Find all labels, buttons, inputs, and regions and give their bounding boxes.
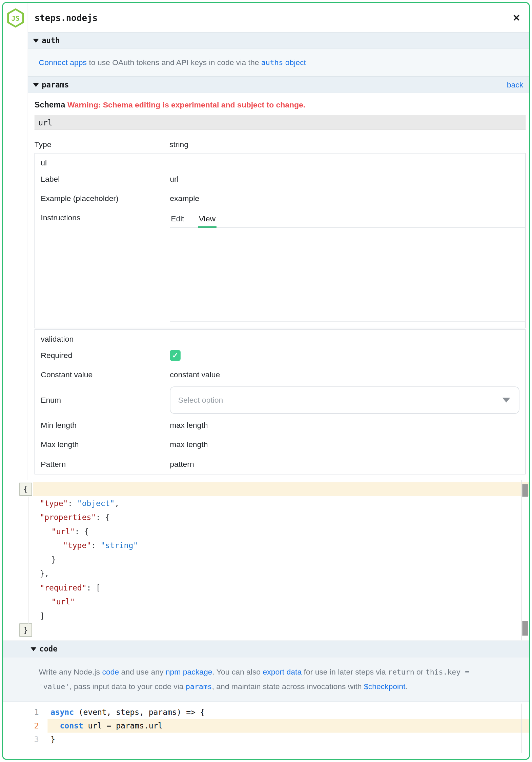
params-body: Schema Warning: Schema editing is experi… <box>28 93 529 480</box>
text-segment: . You can also <box>212 668 263 676</box>
tab-view[interactable]: View <box>198 212 217 227</box>
min-length-label: Min length <box>41 421 170 430</box>
param-name-input[interactable]: url <box>35 115 526 130</box>
json-code-line[interactable]: "required": [ <box>3 581 529 595</box>
instructions-tab-bar: Edit View <box>170 212 525 228</box>
type-row: Type string <box>35 137 526 152</box>
json-code-line[interactable]: ] <box>3 609 529 623</box>
params-section-header[interactable]: params back <box>28 76 529 93</box>
code-token: : { <box>96 513 110 522</box>
code-token: , <box>115 499 119 508</box>
params-section-title: params <box>42 80 69 89</box>
inline-link[interactable]: code <box>102 668 119 676</box>
inline-link[interactable]: Connect apps <box>39 58 87 66</box>
json-editor-scrollbar-track[interactable] <box>521 480 521 641</box>
constant-value-label: Constant value <box>41 370 170 379</box>
inline-link[interactable]: export data <box>263 668 302 676</box>
code-token: "properties" <box>40 513 96 522</box>
inline-link[interactable]: npm package <box>166 668 212 676</box>
schema-label: Schema <box>35 100 65 109</box>
json-editor-scrollbar-thumb-top[interactable] <box>522 484 528 497</box>
svg-text:JS: JS <box>11 14 19 22</box>
required-checkbox[interactable]: ✓ <box>170 350 181 361</box>
titlebar: steps.nodejs ✕ <box>28 3 529 32</box>
tab-edit[interactable]: Edit <box>170 212 185 227</box>
code-token: : <box>68 499 77 508</box>
json-code-line[interactable]: "url": { <box>3 524 529 539</box>
label-row-value[interactable]: url <box>170 175 525 184</box>
code-token: ] <box>40 611 44 620</box>
json-code-line[interactable]: } <box>3 623 529 637</box>
ui-group-title: ui <box>35 154 525 169</box>
json-code-line[interactable]: } <box>3 553 529 567</box>
json-editor-scrollbar-thumb-bottom[interactable] <box>522 621 528 636</box>
example-row-label: Example (placeholder) <box>41 194 170 203</box>
text-segment: , pass input data to your code via <box>69 682 186 690</box>
ui-group-box: ui Label url Example (placeholder) examp… <box>35 153 526 328</box>
code-token: "url" <box>52 597 75 606</box>
code-token: async <box>50 707 74 717</box>
enum-select-placeholder: Select option <box>178 396 223 404</box>
label-row: Label url <box>35 169 525 189</box>
code-token: "object" <box>77 499 115 508</box>
code-editor[interactable]: 1async (event, steps, params) => {2 cons… <box>3 702 529 753</box>
auth-description: Connect apps to use OAuth tokens and API… <box>28 49 529 76</box>
enum-select[interactable]: Select option <box>170 386 519 414</box>
json-code-line[interactable]: "url" <box>3 595 529 609</box>
matching-bracket: { <box>19 483 32 496</box>
editor-code-line[interactable]: 3} <box>3 733 529 746</box>
json-code-line[interactable]: "properties": { <box>3 510 529 525</box>
editor-code-line[interactable]: 2 const url = params.url <box>3 719 529 733</box>
json-code-line[interactable]: { <box>3 482 529 496</box>
enum-label: Enum <box>41 396 170 404</box>
auth-section-header[interactable]: auth <box>28 32 529 49</box>
editor-code-line[interactable]: 1async (event, steps, params) => { <box>3 705 529 719</box>
max-length-row: Max length max length <box>35 435 525 455</box>
schema-json-editor[interactable]: {"type": "object","properties": {"url": … <box>3 480 529 641</box>
inline-link[interactable]: params <box>186 682 212 691</box>
nodejs-icon: JS <box>6 8 24 27</box>
min-length-row: Min length max length <box>35 416 525 435</box>
json-code-line[interactable]: "type": "object", <box>3 496 529 510</box>
close-icon[interactable]: ✕ <box>513 13 520 22</box>
text-segment: Write any Node.js <box>39 668 102 676</box>
inline-link[interactable]: object <box>285 58 306 66</box>
inline-link[interactable]: $checkpoint <box>364 682 405 690</box>
auth-section-title: auth <box>42 36 60 45</box>
code-token: (event, steps, params) => { <box>74 707 205 717</box>
constant-value-input[interactable]: constant value <box>170 370 525 379</box>
schema-warning-text: Warning: Schema editing is experimental … <box>67 101 305 109</box>
code-token: } <box>50 735 55 744</box>
code-editor-scrollbar-track[interactable] <box>521 704 521 753</box>
inline-link[interactable]: auths <box>261 58 283 67</box>
text-segment: return <box>388 668 414 677</box>
collapse-triangle-icon <box>33 83 39 86</box>
line-number: 2 <box>3 719 48 733</box>
chevron-down-icon <box>503 398 510 402</box>
json-code-line[interactable]: "type": "string" <box>3 539 529 553</box>
code-section-header[interactable]: code <box>3 640 529 657</box>
code-token: "type" <box>40 499 68 508</box>
code-line-content: const url = params.url <box>47 719 529 733</box>
pattern-input[interactable]: pattern <box>170 460 525 469</box>
matching-bracket: } <box>19 623 32 637</box>
code-description: Write any Node.js code and use any npm p… <box>3 658 529 702</box>
back-link[interactable]: back <box>507 80 523 89</box>
code-token: "required" <box>40 583 86 592</box>
example-row-value[interactable]: example <box>170 194 525 203</box>
required-row: Required ✓ <box>35 346 525 365</box>
collapse-triangle-icon <box>30 647 36 651</box>
instructions-row: Instructions Edit View <box>35 208 525 228</box>
max-length-input[interactable]: max length <box>170 440 525 449</box>
code-token: url = params.url <box>83 721 163 730</box>
label-row-label: Label <box>41 175 170 184</box>
instructions-preview-area[interactable] <box>170 228 525 322</box>
type-value[interactable]: string <box>169 140 526 149</box>
json-code-line[interactable]: }, <box>3 567 529 581</box>
code-token: }, <box>40 569 49 578</box>
min-length-input[interactable]: max length <box>170 421 525 430</box>
code-token: : [ <box>86 583 100 592</box>
text-segment: or <box>414 668 426 676</box>
line-number: 3 <box>3 733 48 746</box>
step-editor-card: JS steps.nodejs ✕ auth Connect apps to u… <box>2 2 530 760</box>
